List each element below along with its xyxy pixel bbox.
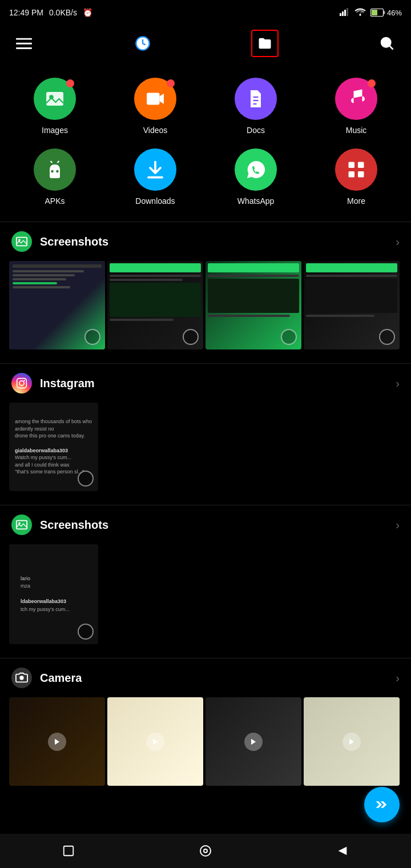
screenshots-section-2: Screenshots › lario mza ldabeorwallaba30… xyxy=(0,505,411,658)
play-button-4[interactable] xyxy=(342,733,361,751)
category-docs[interactable]: Docs xyxy=(206,71,306,142)
category-music[interactable]: Music xyxy=(306,71,406,142)
status-left: 12:49 PM 0.0KB/s ⏰ xyxy=(9,8,92,17)
screenshots-header-2[interactable]: Screenshots › xyxy=(0,505,411,544)
fab-clean-button[interactable] xyxy=(364,787,400,822)
insta-thumb-select[interactable] xyxy=(78,471,94,487)
svg-point-36 xyxy=(19,676,23,680)
svg-rect-26 xyxy=(358,162,364,168)
nav-back-button[interactable] xyxy=(332,841,353,861)
alarm-icon: ⏰ xyxy=(83,8,92,17)
nav-bar xyxy=(0,25,411,62)
screenshot2-thumb-select[interactable] xyxy=(78,624,94,640)
search-button[interactable] xyxy=(377,33,397,54)
camera-header[interactable]: Camera › xyxy=(0,658,411,697)
screenshot-thumb-1[interactable] xyxy=(9,261,105,349)
thumb-select-1[interactable] xyxy=(84,329,100,345)
folder-button[interactable] xyxy=(251,30,279,57)
docs-icon-circle xyxy=(235,78,277,120)
network-speed: 0.0KB/s xyxy=(49,8,77,17)
images-badge xyxy=(66,79,74,87)
svg-rect-16 xyxy=(147,93,160,105)
category-grid: Images Videos Docs xyxy=(0,62,411,222)
svg-rect-7 xyxy=(384,11,385,14)
hamburger-menu-button[interactable] xyxy=(14,33,34,54)
instagram-header-left: Instagram xyxy=(11,373,95,393)
svg-rect-28 xyxy=(358,171,364,178)
svg-rect-2 xyxy=(344,10,346,16)
svg-line-22 xyxy=(51,161,53,163)
svg-rect-9 xyxy=(16,43,32,45)
status-right: 46% xyxy=(340,8,402,18)
thumb-select-4[interactable] xyxy=(379,329,395,345)
screenshots-icon-1 xyxy=(11,231,32,252)
svg-point-4 xyxy=(359,14,361,15)
screenshot-thumb-4[interactable] xyxy=(304,261,400,349)
instagram-icon xyxy=(11,373,32,393)
nav-square-button[interactable] xyxy=(58,841,79,861)
screenshots-header-left-2: Screenshots xyxy=(11,515,108,535)
svg-marker-44 xyxy=(339,847,347,855)
music-badge xyxy=(368,79,376,87)
camera-thumbnails xyxy=(0,697,411,795)
whatsapp-icon-circle xyxy=(235,148,277,191)
category-more[interactable]: More xyxy=(306,142,406,212)
downloads-icon-circle xyxy=(134,148,176,191)
screenshot2-thumb-1[interactable]: lario mza ldabeorwallaba303 tch my pussy… xyxy=(9,544,98,644)
category-apks[interactable]: APKs xyxy=(5,142,105,212)
play-button-2[interactable] xyxy=(146,733,164,751)
svg-rect-6 xyxy=(372,10,377,15)
thumb-select-2[interactable] xyxy=(183,329,199,345)
svg-marker-40 xyxy=(349,738,354,745)
time: 12:49 PM xyxy=(9,8,43,17)
svg-point-30 xyxy=(18,239,21,241)
screenshot-thumb-3[interactable] xyxy=(206,261,301,349)
category-whatsapp[interactable]: WhatsApp xyxy=(206,142,306,212)
nav-home-button[interactable] xyxy=(195,841,216,861)
category-images[interactable]: Images xyxy=(5,71,105,142)
play-button-3[interactable] xyxy=(244,733,263,751)
svg-rect-34 xyxy=(17,521,27,529)
videos-badge xyxy=(167,79,175,87)
svg-rect-1 xyxy=(342,11,344,16)
screenshots-chevron-2: › xyxy=(396,519,400,532)
svg-point-12 xyxy=(381,38,390,47)
bottom-nav xyxy=(0,834,411,868)
svg-line-13 xyxy=(390,46,393,50)
instagram-title: Instagram xyxy=(40,377,95,390)
svg-rect-25 xyxy=(349,162,355,168)
svg-rect-0 xyxy=(340,13,341,16)
svg-rect-29 xyxy=(17,238,27,246)
svg-rect-41 xyxy=(64,846,74,856)
apks-icon-circle xyxy=(34,148,76,191)
screenshots-icon-2 xyxy=(11,515,32,535)
images-label: Images xyxy=(42,126,68,135)
svg-rect-3 xyxy=(346,8,348,16)
camera-thumb-3[interactable] xyxy=(206,697,301,786)
music-icon-circle xyxy=(335,78,377,120)
instagram-header[interactable]: Instagram › xyxy=(0,364,411,403)
videos-label: Videos xyxy=(143,126,168,135)
screenshots-header-left-1: Screenshots xyxy=(11,231,108,252)
category-downloads[interactable]: Downloads xyxy=(105,142,206,212)
camera-chevron: › xyxy=(396,672,400,685)
battery-percent: 46% xyxy=(387,9,402,17)
screenshot-thumb-2[interactable] xyxy=(107,261,203,349)
screenshots-header-1[interactable]: Screenshots › xyxy=(0,222,411,261)
instagram-chevron: › xyxy=(396,377,400,390)
camera-thumb-2[interactable] xyxy=(107,697,203,786)
thumb-select-3[interactable] xyxy=(281,329,297,345)
camera-title: Camera xyxy=(40,672,82,685)
videos-icon-circle xyxy=(134,78,176,120)
camera-thumb-4[interactable] xyxy=(304,697,400,786)
camera-thumb-1[interactable] xyxy=(9,697,105,786)
more-label: More xyxy=(347,196,365,206)
instagram-thumb-1[interactable]: among the thousands of bots who ardently… xyxy=(9,403,98,491)
instagram-section: Instagram › among the thousands of bots … xyxy=(0,364,411,505)
history-button[interactable] xyxy=(132,33,153,54)
category-videos[interactable]: Videos xyxy=(105,71,206,142)
camera-icon-circle xyxy=(11,668,32,688)
screenshots-title-1: Screenshots xyxy=(40,235,108,248)
battery-indicator: 46% xyxy=(370,9,402,17)
play-button-1[interactable] xyxy=(48,733,66,751)
